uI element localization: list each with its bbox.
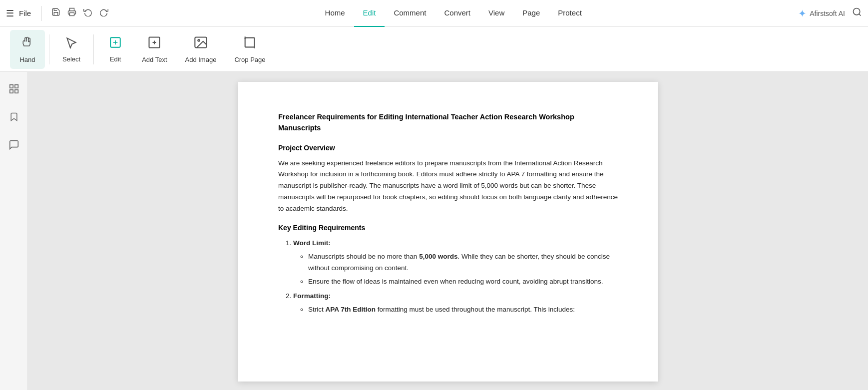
section1-heading: Project Overview (278, 144, 618, 152)
nav-right: ✦ Afirstsoft AI (798, 7, 862, 19)
svg-rect-14 (9, 90, 12, 93)
edit-icon (109, 36, 122, 52)
edit-tool-btn[interactable]: Edit (98, 30, 133, 69)
add-image-btn[interactable]: Add Image (176, 30, 226, 69)
add-text-btn[interactable]: Add Text (133, 30, 176, 69)
save-icon-btn[interactable] (51, 7, 60, 19)
file-label: File (19, 9, 31, 17)
hand-icon (20, 35, 34, 53)
main-area: Freelancer Requirements for Editing Inte… (0, 72, 868, 390)
list-item-1: Word Limit: Manuscripts should be no mor… (293, 238, 618, 288)
toolbar: Hand Select Edit Add Text Add Image Crop… (0, 27, 868, 72)
tab-comment[interactable]: Comment (385, 0, 435, 27)
requirements-list: Word Limit: Manuscripts should be no mor… (278, 238, 618, 316)
select-icon (65, 36, 78, 52)
hand-tool-btn[interactable]: Hand (10, 30, 45, 69)
word-limit-sublist: Manuscripts should be no more than 5,000… (293, 251, 618, 288)
hand-tool-label: Hand (19, 56, 35, 63)
sublist-item-2-1: Strict APA 7th Edition formatting must b… (308, 304, 618, 316)
nav-center: Home Edit Comment Convert View Page Prot… (118, 0, 788, 27)
pdf-page: Freelancer Requirements for Editing Inte… (238, 82, 658, 382)
tab-page[interactable]: Page (513, 0, 549, 27)
tab-protect[interactable]: Protect (549, 0, 591, 27)
svg-point-1 (854, 8, 860, 15)
crop-page-label: Crop Page (234, 56, 265, 63)
nav-left: ☰ File (6, 6, 108, 21)
hamburger-icon[interactable]: ☰ (6, 8, 14, 19)
svg-rect-15 (14, 90, 17, 93)
tab-view[interactable]: View (479, 0, 513, 27)
section1-body: We are seeking experienced freelance edi… (278, 158, 618, 215)
formatting-sublist: Strict APA 7th Edition formatting must b… (293, 304, 618, 316)
svg-rect-12 (9, 85, 12, 88)
svg-rect-0 (70, 13, 74, 16)
select-tool-btn[interactable]: Select (53, 30, 89, 69)
add-text-icon (147, 35, 161, 53)
pdf-area[interactable]: Freelancer Requirements for Editing Inte… (28, 72, 868, 390)
add-image-icon (194, 35, 208, 53)
ai-button[interactable]: ✦ Afirstsoft AI (798, 7, 845, 19)
edit-tool-label: Edit (110, 55, 121, 63)
add-text-label: Add Text (142, 56, 167, 63)
toolbar-divider-2 (93, 34, 94, 64)
select-tool-label: Select (62, 55, 80, 63)
ai-label: Afirstsoft AI (810, 9, 845, 17)
print-icon-btn[interactable] (67, 7, 76, 19)
svg-line-2 (859, 14, 861, 16)
sidebar-comment-icon[interactable] (5, 136, 23, 154)
ai-sparkle-icon: ✦ (798, 7, 807, 19)
crop-page-icon (243, 35, 257, 53)
sidebar-bookmark-icon[interactable] (5, 108, 23, 126)
tab-edit[interactable]: Edit (354, 0, 385, 27)
tab-convert[interactable]: Convert (435, 0, 479, 27)
sidebar-thumbnail-icon[interactable] (5, 80, 23, 98)
document-title: Freelancer Requirements for Editing Inte… (278, 112, 618, 134)
undo-icon-btn[interactable] (83, 7, 92, 19)
search-btn[interactable] (852, 7, 862, 19)
tab-home[interactable]: Home (316, 0, 354, 27)
list-item-2-label: Formatting: (293, 292, 331, 300)
toolbar-divider-1 (49, 34, 49, 64)
sublist-item-1-1: Manuscripts should be no more than 5,000… (308, 251, 618, 274)
left-sidebar (0, 72, 28, 390)
sublist-item-1-2: Ensure the flow of ideas is maintained e… (308, 276, 618, 288)
redo-icon-btn[interactable] (99, 7, 108, 19)
add-image-label: Add Image (185, 56, 217, 63)
list-item-1-label: Word Limit: (293, 239, 331, 247)
svg-rect-9 (245, 37, 255, 47)
nav-icons (51, 7, 108, 19)
section2-heading: Key Editing Requirements (278, 224, 618, 232)
crop-page-btn[interactable]: Crop Page (225, 30, 274, 69)
nav-divider (41, 6, 41, 21)
top-nav: ☰ File Home Edit Comment Convert View Pa… (0, 0, 868, 27)
svg-point-8 (198, 39, 200, 41)
svg-rect-13 (14, 85, 17, 88)
list-item-2: Formatting: Strict APA 7th Edition forma… (293, 291, 618, 316)
